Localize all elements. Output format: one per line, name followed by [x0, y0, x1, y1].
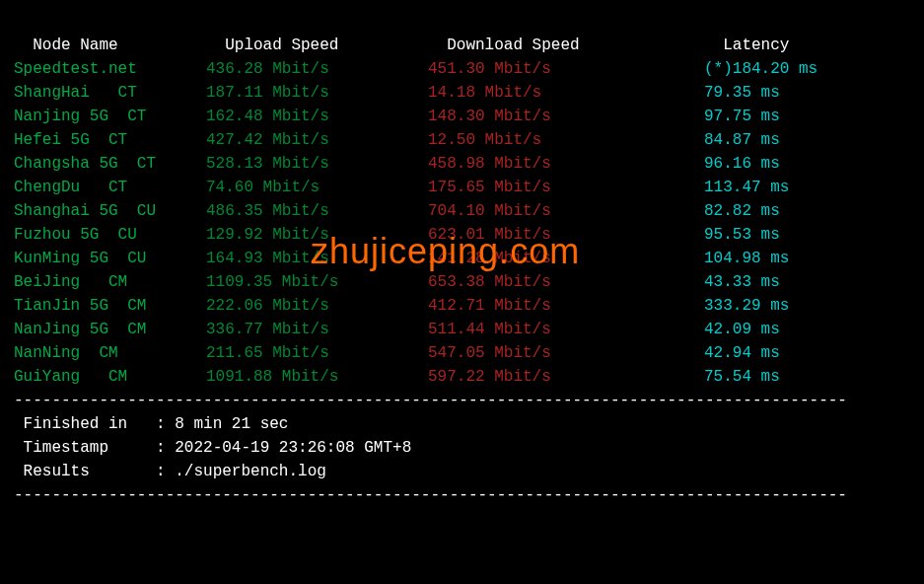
download-speed: 547.05 Mbit/s [428, 341, 704, 365]
download-speed: 653.38 Mbit/s [428, 270, 704, 294]
footer-timestamp: Timestamp : 2022-04-19 23:26:08 GMT+8 [14, 436, 910, 460]
upload-speed: 129.92 Mbit/s [206, 223, 428, 247]
download-speed: 704.10 Mbit/s [428, 199, 704, 223]
node-name: Hefei 5G CT [14, 128, 206, 152]
node-name: NanJing 5G CM [14, 318, 206, 341]
latency-value: 104.98 ms [704, 247, 789, 270]
footer-finished: Finished in : 8 min 21 sec [14, 412, 910, 436]
divider-line-bottom: ----------------------------------------… [14, 483, 910, 507]
table-row: NanNing CM211.65 Mbit/s547.05 Mbit/s42.9… [14, 341, 910, 365]
table-row: BeiJing CM1109.35 Mbit/s653.38 Mbit/s43.… [14, 270, 910, 294]
header-download: Download Speed [447, 34, 723, 57]
results-label: Results : [14, 463, 175, 480]
download-speed: 141.28 Mbit/s [428, 247, 704, 270]
upload-speed: 187.11 Mbit/s [206, 81, 428, 105]
table-row: TianJin 5G CM222.06 Mbit/s412.71 Mbit/s3… [14, 294, 910, 318]
download-speed: 451.30 Mbit/s [428, 57, 704, 81]
node-name: Changsha 5G CT [14, 152, 206, 176]
download-speed: 175.65 Mbit/s [428, 176, 704, 199]
upload-speed: 74.60 Mbit/s [206, 176, 428, 199]
node-name: NanNing CM [14, 341, 206, 365]
node-name: ShangHai CT [14, 81, 206, 105]
finished-value: 8 min 21 sec [175, 415, 288, 433]
node-name: Nanjing 5G CT [14, 105, 206, 128]
latency-value: 333.29 ms [704, 294, 789, 318]
node-name: KunMing 5G CU [14, 247, 206, 270]
latency-value: 113.47 ms [704, 176, 789, 199]
table-row: NanJing 5G CM336.77 Mbit/s511.44 Mbit/s4… [14, 318, 910, 341]
latency-value: 82.82 ms [704, 199, 780, 223]
download-speed: 511.44 Mbit/s [428, 318, 704, 341]
upload-speed: 1109.35 Mbit/s [206, 270, 428, 294]
download-speed: 12.50 Mbit/s [428, 128, 704, 152]
latency-value: 42.94 ms [704, 341, 780, 365]
table-row: Nanjing 5G CT162.48 Mbit/s148.30 Mbit/s9… [14, 105, 910, 128]
latency-value: (*)184.20 ms [704, 57, 817, 81]
download-speed: 148.30 Mbit/s [428, 105, 704, 128]
upload-speed: 211.65 Mbit/s [206, 341, 428, 365]
divider-line: ----------------------------------------… [14, 389, 910, 412]
table-header-row: Node NameUpload SpeedDownload SpeedLaten… [14, 10, 910, 57]
timestamp-label: Timestamp : [14, 439, 175, 457]
node-name: TianJin 5G CM [14, 294, 206, 318]
download-speed: 458.98 Mbit/s [428, 152, 704, 176]
table-body: Speedtest.net436.28 Mbit/s451.30 Mbit/s(… [14, 57, 910, 389]
upload-speed: 162.48 Mbit/s [206, 105, 428, 128]
table-row: GuiYang CM1091.88 Mbit/s597.22 Mbit/s75.… [14, 365, 910, 389]
node-name: Speedtest.net [14, 57, 206, 81]
header-node: Node Name [33, 34, 225, 57]
download-speed: 14.18 Mbit/s [428, 81, 704, 105]
table-row: Fuzhou 5G CU129.92 Mbit/s623.01 Mbit/s95… [14, 223, 910, 247]
download-speed: 623.01 Mbit/s [428, 223, 704, 247]
download-speed: 412.71 Mbit/s [428, 294, 704, 318]
upload-speed: 336.77 Mbit/s [206, 318, 428, 341]
latency-value: 42.09 ms [704, 318, 780, 341]
upload-speed: 486.35 Mbit/s [206, 199, 428, 223]
table-row: Hefei 5G CT427.42 Mbit/s12.50 Mbit/s84.8… [14, 128, 910, 152]
download-speed: 597.22 Mbit/s [428, 365, 704, 389]
node-name: BeiJing CM [14, 270, 206, 294]
table-row: Shanghai 5G CU486.35 Mbit/s704.10 Mbit/s… [14, 199, 910, 223]
node-name: Shanghai 5G CU [14, 199, 206, 223]
table-row: Changsha 5G CT528.13 Mbit/s458.98 Mbit/s… [14, 152, 910, 176]
latency-value: 97.75 ms [704, 105, 780, 128]
node-name: Fuzhou 5G CU [14, 223, 206, 247]
table-row: Speedtest.net436.28 Mbit/s451.30 Mbit/s(… [14, 57, 910, 81]
latency-value: 43.33 ms [704, 270, 780, 294]
upload-speed: 528.13 Mbit/s [206, 152, 428, 176]
finished-label: Finished in : [14, 415, 175, 433]
upload-speed: 164.93 Mbit/s [206, 247, 428, 270]
upload-speed: 427.42 Mbit/s [206, 128, 428, 152]
table-row: ShangHai CT187.11 Mbit/s14.18 Mbit/s79.3… [14, 81, 910, 105]
upload-speed: 436.28 Mbit/s [206, 57, 428, 81]
footer-results: Results : ./superbench.log [14, 460, 910, 483]
latency-value: 95.53 ms [704, 223, 780, 247]
node-name: ChengDu CT [14, 176, 206, 199]
latency-value: 84.87 ms [704, 128, 780, 152]
header-upload: Upload Speed [225, 34, 447, 57]
latency-value: 96.16 ms [704, 152, 780, 176]
table-row: ChengDu CT74.60 Mbit/s175.65 Mbit/s113.4… [14, 176, 910, 199]
upload-speed: 222.06 Mbit/s [206, 294, 428, 318]
results-value: ./superbench.log [175, 463, 326, 480]
table-row: KunMing 5G CU164.93 Mbit/s141.28 Mbit/s1… [14, 247, 910, 270]
upload-speed: 1091.88 Mbit/s [206, 365, 428, 389]
header-latency: Latency [723, 34, 789, 57]
timestamp-value: 2022-04-19 23:26:08 GMT+8 [175, 439, 411, 457]
latency-value: 79.35 ms [704, 81, 780, 105]
latency-value: 75.54 ms [704, 365, 780, 389]
node-name: GuiYang CM [14, 365, 206, 389]
